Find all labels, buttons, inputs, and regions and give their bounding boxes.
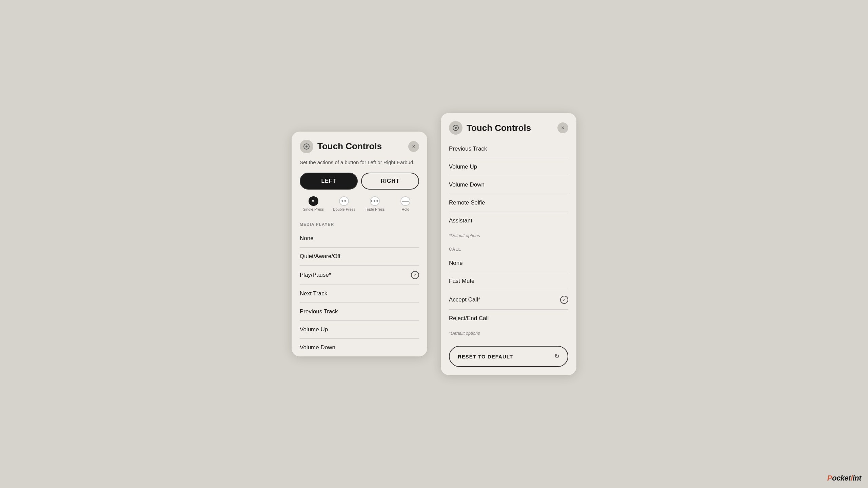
triple-press-dots: ••• (371, 198, 379, 205)
call-header: CALL (441, 243, 576, 254)
left-panel-subtitle: Set the actions of a button for Left or … (292, 159, 427, 173)
hold-dash: — (402, 197, 409, 205)
list-item[interactable]: Quiet/Aware/Off (300, 248, 419, 266)
single-press-dot: • (312, 198, 315, 205)
left-panel-icon (300, 140, 313, 153)
right-call-menu-list: None Fast Mute Accept Call* ✓ Reject/End… (441, 254, 576, 327)
list-item[interactable]: Assistant (449, 212, 568, 230)
left-ear-button[interactable]: LEFT (300, 173, 358, 190)
menu-item-text: Fast Mute (449, 278, 475, 285)
menu-item-text: Quiet/Aware/Off (300, 253, 340, 260)
triple-press-button[interactable]: ••• (370, 196, 380, 206)
menu-item-text: Previous Track (300, 308, 338, 315)
svg-point-1 (305, 145, 308, 148)
right-ear-button[interactable]: RIGHT (361, 173, 419, 190)
triple-press-option: ••• Triple Press (361, 196, 389, 212)
list-item[interactable]: Remote Selfie (449, 194, 568, 212)
left-panel-title: Touch Controls (317, 141, 404, 152)
list-item[interactable]: Play/Pause* ✓ (300, 266, 419, 285)
hold-press-label: Hold (401, 206, 409, 211)
menu-item-text: Volume Down (300, 344, 335, 351)
ear-toggle: LEFT RIGHT (292, 173, 427, 196)
default-note-1: *Default options (441, 230, 576, 243)
menu-item-text: Volume Up (449, 163, 477, 170)
right-close-button[interactable]: × (557, 122, 568, 133)
list-item[interactable]: Volume Down (449, 176, 568, 194)
double-press-button[interactable]: •• (339, 196, 349, 206)
single-press-label: Single Press (303, 206, 324, 211)
list-item[interactable]: Accept Call* ✓ (449, 290, 568, 310)
menu-item-text: None (449, 260, 463, 267)
list-item[interactable]: Fast Mute (449, 272, 568, 290)
menu-item-text: None (300, 235, 314, 242)
list-item[interactable]: Volume Down (300, 339, 419, 356)
check-icon: ✓ (560, 296, 568, 304)
reset-to-default-button[interactable]: RESET TO DEFAULT ↻ (449, 346, 568, 367)
menu-item-text: Play/Pause* (300, 272, 331, 278)
left-close-button[interactable]: × (408, 141, 419, 152)
reset-label: RESET TO DEFAULT (458, 354, 513, 359)
triple-press-label: Triple Press (365, 206, 384, 211)
double-press-option: •• Double Press (331, 196, 358, 212)
list-item[interactable]: Previous Track (449, 140, 568, 158)
right-top-menu-list: Previous Track Volume Up Volume Down Rem… (441, 140, 576, 230)
menu-item-text: Volume Up (300, 326, 328, 333)
svg-point-3 (455, 127, 457, 129)
left-panel-header: Touch Controls × (292, 132, 427, 159)
press-options-row: • Single Press •• Double Press ••• Tripl… (292, 196, 427, 218)
menu-item-text: Previous Track (449, 145, 487, 152)
list-item[interactable]: None (449, 254, 568, 272)
reset-icon: ↻ (554, 353, 559, 360)
list-item[interactable]: Volume Up (449, 158, 568, 176)
list-item[interactable]: Previous Track (300, 303, 419, 321)
list-item[interactable]: Volume Up (300, 321, 419, 339)
menu-item-text: Assistant (449, 217, 472, 224)
right-panel-icon (449, 121, 462, 135)
media-player-header: MEDIA PLAYER (292, 218, 427, 230)
left-panel: Touch Controls × Set the actions of a bu… (292, 132, 427, 357)
default-note-2: *Default options (441, 327, 576, 340)
menu-item-text: Volume Down (449, 181, 485, 188)
watermark: Pocketlint (827, 474, 861, 483)
double-press-dots: •• (341, 198, 347, 205)
single-press-button[interactable]: • (309, 196, 318, 206)
left-menu-list: None Quiet/Aware/Off Play/Pause* ✓ Next … (292, 230, 427, 356)
check-icon: ✓ (411, 271, 419, 279)
right-panel-title: Touch Controls (467, 123, 553, 133)
list-item[interactable]: Next Track (300, 285, 419, 303)
right-panel: Touch Controls × Previous Track Volume U… (441, 113, 576, 375)
single-press-option: • Single Press (300, 196, 327, 212)
menu-item-text: Accept Call* (449, 296, 480, 303)
menu-item-text: Reject/End Call (449, 315, 489, 322)
menu-item-text: Remote Selfie (449, 199, 485, 206)
double-press-label: Double Press (333, 206, 355, 211)
right-panel-header: Touch Controls × (441, 113, 576, 140)
list-item[interactable]: None (300, 230, 419, 248)
hold-press-button[interactable]: — (400, 196, 410, 206)
hold-press-option: — Hold (392, 196, 419, 212)
list-item[interactable]: Reject/End Call (449, 310, 568, 327)
menu-item-text: Next Track (300, 290, 327, 297)
